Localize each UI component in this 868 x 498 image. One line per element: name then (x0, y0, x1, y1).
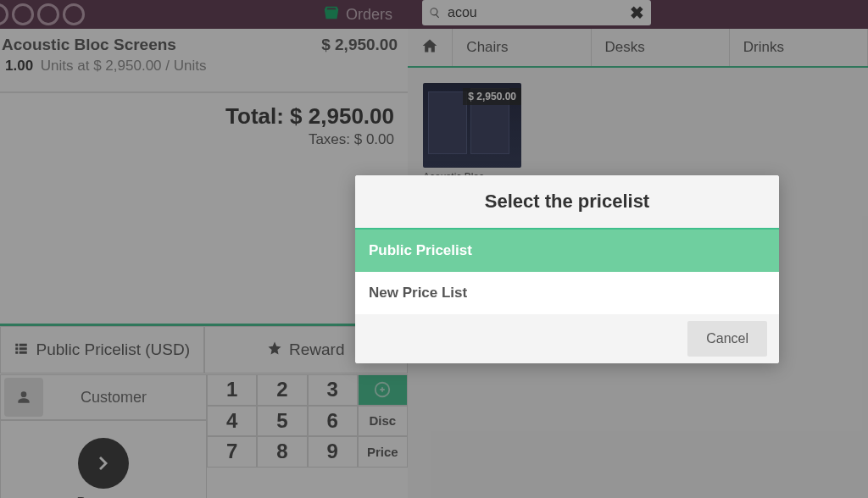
pricelist-option-new[interactable]: New Price List (355, 272, 779, 314)
pricelist-modal: Select the pricelist Public Pricelist Ne… (355, 175, 779, 363)
pricelist-option-public[interactable]: Public Pricelist (355, 230, 779, 272)
cancel-button[interactable]: Cancel (687, 321, 767, 357)
modal-title: Select the pricelist (355, 175, 779, 230)
modal-footer: Cancel (355, 314, 779, 363)
